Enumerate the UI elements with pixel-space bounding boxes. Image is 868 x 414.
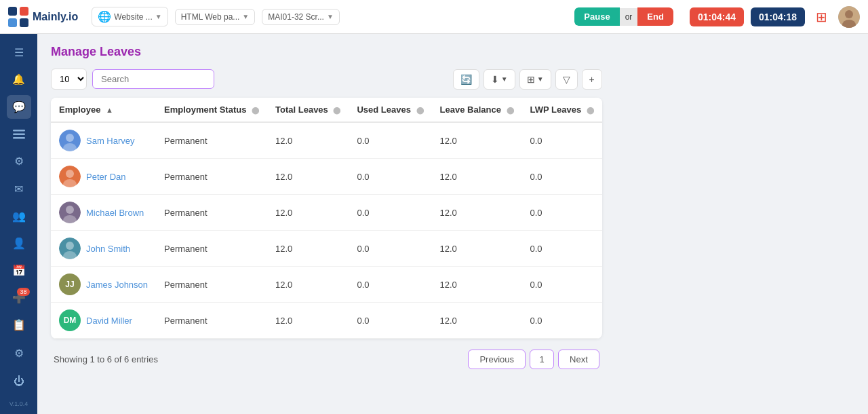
html-dropdown-arrow: ▼ [242, 13, 249, 20]
current-page: 1 [530, 350, 554, 369]
sort-dot-used: ⬤ [416, 107, 424, 114]
svg-rect-1 [20, 7, 28, 16]
cell-balance: 12.0 [432, 122, 522, 159]
employee-cell: Peter Dan [59, 166, 148, 187]
pagination-controls: Previous 1 Next [468, 350, 599, 369]
list-icon[interactable] [7, 123, 31, 146]
filter-button[interactable]: ▽ [555, 69, 578, 90]
chat-icon[interactable]: 💬 [7, 95, 31, 118]
cell-used: 0.0 [349, 231, 431, 267]
cell-employee: Michael Brown [51, 195, 156, 231]
search-input[interactable] [92, 69, 214, 89]
website-dropdown[interactable]: 🌐 Website ... ▼ [92, 7, 167, 26]
cell-employee: John Smith [51, 231, 156, 267]
cell-lwp: 0.0 [522, 122, 602, 159]
employee-cell: JJ James Johnson [59, 274, 148, 295]
cell-total: 12.0 [267, 267, 349, 303]
bottom-settings-icon[interactable]: ⚙ [7, 341, 31, 365]
calendar-icon[interactable]: 📅 [7, 259, 31, 282]
cell-status: Permanent [156, 195, 267, 231]
leaves-table: Employee ▲ Employment Status ⬤ Total Lea… [51, 98, 602, 339]
notification-badge: 38 [17, 288, 29, 296]
cell-balance: 12.0 [432, 159, 522, 195]
rows-dropdown[interactable]: 10 25 50 [52, 69, 86, 89]
add-content-icon[interactable]: ➕ 38 [7, 286, 31, 309]
col-total[interactable]: Total Leaves ⬤ [267, 98, 349, 122]
left-controls: 10 25 50 [51, 69, 214, 90]
cell-total: 12.0 [267, 159, 349, 195]
cell-lwp: 0.0 [522, 267, 602, 303]
cell-balance: 12.0 [432, 195, 522, 231]
col-status[interactable]: Employment Status ⬤ [156, 98, 267, 122]
end-button[interactable]: End [637, 7, 673, 26]
people-icon[interactable]: 👥 [7, 204, 31, 227]
version-label: V.1.0.4 [9, 400, 28, 407]
employee-cell: Sam Harvey [59, 130, 148, 151]
export-button[interactable]: ⬇ ▼ [484, 69, 515, 90]
col-lwp[interactable]: LWP Leaves ⬤ [522, 98, 602, 122]
svg-rect-9 [13, 137, 25, 139]
cell-lwp: 0.0 [522, 195, 602, 231]
employee-cell: Michael Brown [59, 202, 148, 223]
sort-dot-lwp: ⬤ [587, 107, 594, 114]
contact-icon[interactable]: 👤 [7, 231, 31, 255]
showing-text: Showing 1 to 6 of 6 entries [54, 354, 158, 364]
sidebar: ☰ 🔔 💬 ⚙ ✉ 👥 👤 📅 ➕ 38 📋 ⚙ ⏻ V.1.0.4 [0, 34, 37, 414]
session-dropdown[interactable]: MAI01-32 Scr... ▼ [262, 9, 340, 25]
col-used[interactable]: Used Leaves ⬤ [349, 98, 431, 122]
avatar-image [59, 202, 81, 223]
menu-toggle[interactable]: ☰ [7, 41, 31, 64]
sort-arrow-employee: ▲ [106, 106, 113, 114]
table-row: JJ James Johnson Permanent 12.0 0.0 12.0… [51, 267, 602, 303]
cell-status: Permanent [156, 122, 267, 159]
employee-cell: John Smith [59, 238, 148, 259]
pagination-row: Showing 1 to 6 of 6 entries Previous 1 N… [51, 350, 602, 369]
next-button[interactable]: Next [558, 350, 599, 369]
cell-used: 0.0 [349, 267, 431, 303]
sort-dot-status: ⬤ [252, 107, 259, 114]
sort-dot-balance: ⬤ [507, 107, 514, 114]
employee-name[interactable]: Peter Dan [86, 172, 126, 182]
html-dropdown[interactable]: HTML Web pa... ▼ [175, 9, 256, 25]
employee-name[interactable]: Michael Brown [86, 208, 144, 218]
cell-balance: 12.0 [432, 267, 522, 303]
employee-name[interactable]: David Miller [86, 316, 132, 326]
col-employee[interactable]: Employee ▲ [51, 98, 156, 122]
grid-icon[interactable]: ⊞ [816, 9, 827, 25]
cell-balance: 12.0 [432, 303, 522, 339]
cell-used: 0.0 [349, 159, 431, 195]
add-button[interactable]: + [582, 69, 602, 90]
rows-per-page-select[interactable]: 10 25 50 [51, 69, 87, 90]
mail-icon[interactable]: ✉ [7, 177, 31, 200]
cell-employee: DM David Miller [51, 303, 156, 339]
html-dropdown-label: HTML Web pa... [181, 12, 240, 22]
cell-balance: 12.0 [432, 231, 522, 267]
settings-icon[interactable]: ⚙ [7, 150, 31, 173]
report-icon[interactable]: 📋 [7, 314, 31, 337]
table-row: Sam Harvey Permanent 12.0 0.0 12.0 0.0 [51, 122, 602, 159]
main-content: Manage Leaves 10 25 50 🔄 ⬇ ▼ ⊞ ▼ ▽ + [37, 34, 616, 414]
previous-button[interactable]: Previous [468, 350, 526, 369]
notification-icon[interactable]: 🔔 [7, 68, 31, 91]
employee-name[interactable]: Sam Harvey [86, 136, 135, 146]
logo: Mainly.io [8, 7, 78, 27]
svg-point-20 [66, 242, 74, 250]
cell-status: Permanent [156, 303, 267, 339]
employee-name[interactable]: James Johnson [86, 280, 148, 290]
refresh-button[interactable]: 🔄 [453, 69, 479, 90]
cell-status: Permanent [156, 159, 267, 195]
cell-lwp: 0.0 [522, 231, 602, 267]
columns-button[interactable]: ⊞ ▼ [519, 69, 551, 90]
pause-button[interactable]: Pause [574, 7, 619, 26]
employee-name[interactable]: John Smith [86, 244, 130, 254]
table-row: Peter Dan Permanent 12.0 0.0 12.0 0.0 [51, 159, 602, 195]
col-balance[interactable]: Leave Balance ⬤ [432, 98, 522, 122]
user-avatar[interactable] [838, 6, 860, 28]
svg-rect-8 [13, 133, 25, 135]
table-row: John Smith Permanent 12.0 0.0 12.0 0.0 [51, 231, 602, 267]
website-dropdown-arrow: ▼ [155, 13, 162, 20]
svg-rect-7 [13, 130, 25, 132]
power-icon[interactable]: ⏻ [7, 369, 31, 394]
sort-dot-total: ⬤ [333, 107, 340, 114]
or-label: or [620, 8, 638, 26]
